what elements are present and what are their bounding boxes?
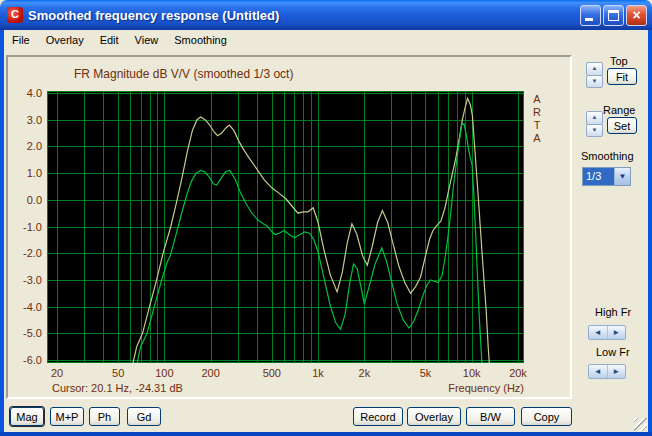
chevron-down-icon[interactable]: ▼ <box>614 168 630 185</box>
top-label: Top <box>610 55 628 67</box>
x-tick-label: 1k <box>312 367 324 379</box>
x-tick-label: 100 <box>155 367 173 379</box>
y-tick-label: -3.0 <box>8 274 42 286</box>
menu-item-edit[interactable]: Edit <box>92 32 127 48</box>
y-tick-label: 0.0 <box>8 194 42 206</box>
low-fr-arrows[interactable]: ◄► <box>588 364 626 379</box>
y-tick-label: -6.0 <box>8 354 42 366</box>
cursor-readout: Cursor: 20.1 Hz, -24.31 dB <box>52 382 183 394</box>
menu-item-overlay[interactable]: Overlay <box>38 32 92 48</box>
x-tick-label: 20k <box>509 367 527 379</box>
maximize-icon <box>608 10 619 21</box>
gd-button[interactable]: Gd <box>127 407 161 426</box>
close-icon: × <box>627 7 646 24</box>
bw-button[interactable]: B/W <box>466 407 515 426</box>
arrow-left-icon[interactable]: ◄ <box>589 365 607 378</box>
graph-panel: FR Magnitude dB V/V (smoothed 1/3 oct) 4… <box>6 55 572 399</box>
title-bar[interactable]: C Smoothed frequency response (Untitled)… <box>0 0 652 30</box>
copy-button[interactable]: Copy <box>521 407 572 426</box>
spin-down-icon[interactable]: ▼ <box>586 124 603 138</box>
window-title: Smoothed frequency response (Untitled) <box>28 8 279 23</box>
arta-watermark: ARTA <box>530 93 544 145</box>
ph-button[interactable]: Ph <box>89 407 120 426</box>
x-tick-label: 500 <box>263 367 281 379</box>
y-tick-label: 1.0 <box>8 167 42 179</box>
m-plus-p-button[interactable]: M+P <box>50 407 84 426</box>
app-icon: C <box>7 7 23 23</box>
window-border-bottom <box>0 432 652 436</box>
y-tick-label: 3.0 <box>8 114 42 126</box>
window-border-left <box>0 30 4 436</box>
y-tick-label: 4.0 <box>8 87 42 99</box>
menu-bar: File Overlay Edit View Smoothing <box>4 30 648 49</box>
right-control-panel: Top ▲ ▼ Fit Range ▲ ▼ Set Smoothing 1/3 … <box>576 47 648 399</box>
resize-grip[interactable] <box>634 418 647 431</box>
low-fr-label: Low Fr <box>596 346 630 358</box>
mag-button[interactable]: Mag <box>10 407 44 426</box>
x-tick-label: 2k <box>359 367 371 379</box>
menu-item-view[interactable]: View <box>127 32 167 48</box>
maximize-button[interactable] <box>603 5 624 26</box>
smoothing-value: 1/3 <box>583 168 614 185</box>
close-button[interactable]: × <box>626 5 647 26</box>
range-label: Range <box>603 104 635 116</box>
minimize-button[interactable] <box>580 5 601 26</box>
y-tick-label: 2.0 <box>8 140 42 152</box>
x-axis-label: Frequency (Hz) <box>344 382 524 394</box>
x-axis-labels: 20501002005001k2k5k10k20k <box>8 367 570 381</box>
watermark-letter: T <box>530 119 544 132</box>
record-button[interactable]: Record <box>353 407 403 426</box>
watermark-letter: R <box>530 106 544 119</box>
x-tick-label: 50 <box>112 367 124 379</box>
range-spinner[interactable]: ▲ ▼ <box>586 111 603 137</box>
fit-button[interactable]: Fit <box>607 68 637 85</box>
plot-title: FR Magnitude dB V/V (smoothed 1/3 oct) <box>74 67 293 81</box>
high-fr-label: High Fr <box>595 306 631 318</box>
app-window: C Smoothed frequency response (Untitled)… <box>0 0 652 436</box>
spin-up-icon[interactable]: ▲ <box>586 111 603 125</box>
y-tick-label: -1.0 <box>8 221 42 233</box>
x-tick-label: 10k <box>463 367 481 379</box>
arrow-right-icon[interactable]: ► <box>607 326 626 339</box>
x-tick-label: 5k <box>420 367 432 379</box>
spin-down-icon[interactable]: ▼ <box>586 75 603 89</box>
watermark-letter: A <box>530 132 544 145</box>
menu-item-file[interactable]: File <box>4 32 38 48</box>
y-tick-label: -2.0 <box>8 247 42 259</box>
y-tick-label: -4.0 <box>8 301 42 313</box>
smoothing-select[interactable]: 1/3 ▼ <box>582 167 631 186</box>
minimize-icon <box>585 18 593 21</box>
overlay-button[interactable]: Overlay <box>407 407 461 426</box>
arrow-left-icon[interactable]: ◄ <box>589 326 607 339</box>
y-tick-label: -5.0 <box>8 327 42 339</box>
x-tick-label: 200 <box>201 367 219 379</box>
window-controls: × <box>580 5 647 26</box>
high-fr-arrows[interactable]: ◄► <box>588 325 626 340</box>
bottom-toolbar: Mag M+P Ph Gd Record Overlay B/W Copy <box>0 403 652 432</box>
x-tick-label: 20 <box>51 367 63 379</box>
window-border-right <box>648 30 652 436</box>
watermark-letter: A <box>530 93 544 106</box>
arrow-right-icon[interactable]: ► <box>607 365 626 378</box>
top-spinner[interactable]: ▲ ▼ <box>586 62 603 88</box>
spin-up-icon[interactable]: ▲ <box>586 62 603 76</box>
set-button[interactable]: Set <box>607 117 637 134</box>
frequency-response-plot[interactable] <box>47 91 524 363</box>
smoothing-label: Smoothing <box>581 150 634 162</box>
menu-item-smoothing[interactable]: Smoothing <box>166 32 235 48</box>
